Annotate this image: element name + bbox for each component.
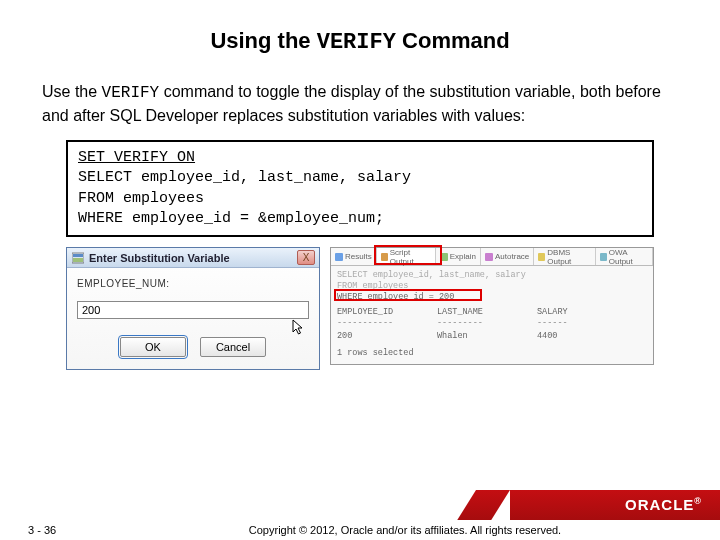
dialog-title-text: Enter Substitution Variable: [89, 252, 293, 264]
code-line-2: SELECT employee_id, last_name, salary: [78, 168, 642, 188]
cell-employee-id: 200: [337, 331, 437, 342]
tab-owa-output[interactable]: OWA Output: [596, 248, 653, 265]
tab-explain[interactable]: Explain: [436, 248, 481, 265]
code-line-3: FROM employees: [78, 189, 642, 209]
highlight-tab: [374, 245, 442, 265]
svg-rect-0: [73, 254, 83, 257]
substitution-dialog: Enter Substitution Variable X EMPLOYEE_N…: [66, 247, 320, 370]
output-line-1: SELECT employee_id, last_name, salary: [337, 270, 647, 281]
body-pre: Use the: [42, 83, 102, 100]
ok-button[interactable]: OK: [120, 337, 186, 357]
dialog-field-label: EMPLOYEE_NUM:: [77, 278, 309, 289]
dialog-app-icon: [71, 251, 85, 265]
tab-dbms-output[interactable]: DBMS Output: [534, 248, 595, 265]
cell-last-name: Whalen: [437, 331, 537, 342]
page-number: 3 - 36: [0, 524, 90, 536]
body-text: Use the VERIFY command to toggle the dis…: [42, 81, 678, 126]
cell-salary: 4400: [537, 331, 557, 342]
cancel-button[interactable]: Cancel: [200, 337, 266, 357]
title-pre: Using the: [210, 28, 316, 53]
tab-autotrace[interactable]: Autotrace: [481, 248, 534, 265]
svg-rect-1: [73, 258, 83, 262]
close-button[interactable]: X: [297, 250, 315, 265]
title-post: Command: [396, 28, 510, 53]
dialog-titlebar: Enter Substitution Variable X: [67, 248, 319, 268]
rows-selected: 1 rows selected: [337, 348, 647, 359]
body-mono: VERIFY: [102, 84, 160, 102]
cursor-icon: [292, 319, 306, 341]
copyright: Copyright © 2012, Oracle and/or its affi…: [90, 524, 720, 536]
title-mono: VERIFY: [317, 30, 396, 55]
highlight-where: [334, 289, 482, 301]
slide-title: Using the VERIFY Command: [0, 0, 720, 81]
brand-banner: ORACLE®: [510, 490, 720, 520]
tab-results[interactable]: Results: [331, 248, 377, 265]
output-body: SELECT employee_id, last_name, salary FR…: [331, 266, 653, 363]
col-header-2: LAST_NAME: [437, 307, 537, 318]
code-block: SET VERIFY ON SELECT employee_id, last_n…: [66, 140, 654, 237]
col-header-1: EMPLOYEE_ID: [337, 307, 437, 318]
employee-num-input[interactable]: 200: [77, 301, 309, 319]
col-header-3: SALARY: [537, 307, 568, 318]
code-line-1: SET VERIFY ON: [78, 149, 195, 166]
code-line-4: WHERE employee_id = &employee_num;: [78, 209, 642, 229]
